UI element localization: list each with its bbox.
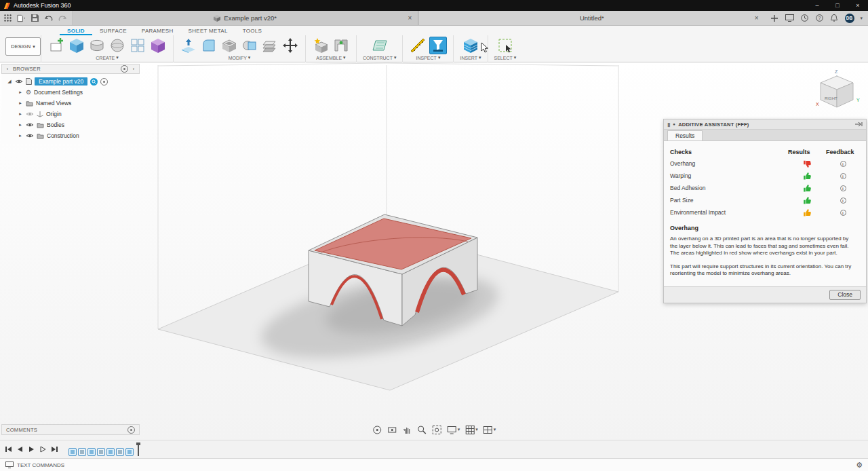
new-tab-plus-icon[interactable] <box>770 14 779 22</box>
grid-snaps-icon[interactable]: ▾ <box>463 424 479 436</box>
group-label-construct[interactable]: CONSTRUCT <box>363 56 393 60</box>
group-label-assemble[interactable]: ASSEMBLE <box>316 56 342 60</box>
comments-bar[interactable]: COMMENTS <box>1 424 140 435</box>
file-menu-icon[interactable] <box>17 14 26 22</box>
eye-icon[interactable] <box>26 122 34 128</box>
move-icon[interactable] <box>281 37 299 54</box>
tree-row-named-views[interactable]: ▸ Named Views <box>1 98 140 109</box>
timeline-feature-icon[interactable] <box>125 448 134 456</box>
additive-assistant-header[interactable]: ▮ ● ADDITIVE ASSISTANT (FFF) <box>664 119 866 130</box>
tree-item-label[interactable]: Construction <box>47 132 79 139</box>
expand-panel-icon[interactable]: › <box>131 67 136 71</box>
select-marquee-icon[interactable] <box>496 37 514 54</box>
document-tab-active[interactable]: Example part v20* × <box>72 11 418 25</box>
eye-icon[interactable] <box>26 133 34 138</box>
new-component-icon[interactable] <box>312 37 330 54</box>
fit-icon[interactable] <box>431 424 443 436</box>
close-window-button[interactable]: × <box>848 0 868 11</box>
group-label-modify[interactable]: MODIFY <box>229 56 247 60</box>
tree-row-bodies[interactable]: ▸ Bodies <box>1 119 140 130</box>
tab-surface[interactable]: SURFACE <box>92 26 134 35</box>
minimize-button[interactable]: – <box>807 0 827 11</box>
step-forward-icon[interactable] <box>39 445 47 454</box>
sphere-icon[interactable] <box>108 37 126 54</box>
orbit-icon[interactable] <box>371 424 384 436</box>
tab-solid[interactable]: SOLID <box>60 26 92 35</box>
info-icon[interactable]: i <box>840 173 846 179</box>
undo-icon[interactable] <box>44 14 53 22</box>
group-label-inspect[interactable]: INSPECT <box>416 56 437 60</box>
timeline-feature-icon[interactable] <box>116 448 124 456</box>
close-tab-icon[interactable]: × <box>755 14 759 22</box>
tree-row-origin[interactable]: ▸ Origin <box>1 109 140 119</box>
eye-icon[interactable] <box>26 111 34 117</box>
go-to-start-icon[interactable] <box>4 445 13 454</box>
tab-paramesh[interactable]: PARAMESH <box>134 26 181 35</box>
tree-item-label[interactable]: Document Settings <box>34 89 83 96</box>
tree-row-construction[interactable]: ▸ Construction <box>1 130 140 141</box>
timeline-feature-icon[interactable] <box>106 448 115 456</box>
combine-icon[interactable] <box>241 37 258 54</box>
tree-item-label[interactable]: Origin <box>46 111 62 117</box>
viewports-icon[interactable]: ▾ <box>481 425 498 435</box>
workspace-selector[interactable]: DESIGN ▾ <box>5 37 41 56</box>
tree-item-label[interactable]: Bodies <box>47 121 64 128</box>
step-back-icon[interactable] <box>16 445 24 454</box>
expand-caret-icon[interactable]: ◢ <box>7 79 12 84</box>
tab-results[interactable]: Results <box>667 130 703 140</box>
collapse-panel-icon[interactable]: ‹ <box>5 67 10 71</box>
measure-icon[interactable] <box>409 37 427 54</box>
view-cube[interactable]: Z X Y RIGHT <box>816 69 860 107</box>
eye-icon[interactable] <box>15 79 23 84</box>
offset-faces-icon[interactable] <box>261 37 279 54</box>
box-icon[interactable] <box>68 37 85 54</box>
avatar-caret-icon[interactable]: ▾ <box>861 16 863 21</box>
job-status-icon[interactable] <box>785 14 794 22</box>
zoom-icon[interactable] <box>416 424 429 436</box>
timeline-feature-icon[interactable] <box>97 448 105 456</box>
close-button[interactable]: Close <box>829 290 861 300</box>
close-tab-icon[interactable]: × <box>408 14 412 22</box>
press-pull-icon[interactable] <box>180 37 197 54</box>
root-node-label[interactable]: Example part v20 <box>35 77 87 86</box>
expand-caret-icon[interactable]: ▸ <box>18 100 23 106</box>
tree-row-document-settings[interactable]: ▸ ⚙ Document Settings <box>1 87 140 98</box>
group-label-insert[interactable]: INSERT <box>460 56 477 60</box>
avatar[interactable]: DB <box>845 14 854 23</box>
group-label-select[interactable]: SELECT <box>494 56 513 60</box>
timeline-feature-icon[interactable] <box>68 448 77 456</box>
info-icon[interactable]: i <box>840 197 846 204</box>
gear-icon[interactable]: ⚙ <box>856 461 863 470</box>
history-clock-icon[interactable] <box>800 14 809 22</box>
help-icon[interactable]: ? <box>815 14 824 22</box>
in-canvas-search-icon[interactable] <box>90 78 98 86</box>
redo-icon[interactable] <box>58 14 66 22</box>
browser-header[interactable]: ‹ BROWSER › <box>1 64 140 74</box>
expand-caret-icon[interactable]: ▸ <box>18 133 23 138</box>
form-icon[interactable] <box>149 37 167 54</box>
pan-icon[interactable] <box>401 424 414 436</box>
expand-caret-icon[interactable]: ▸ <box>18 122 23 128</box>
save-icon[interactable] <box>31 14 39 22</box>
construction-plane-icon[interactable] <box>371 37 389 54</box>
expand-caret-icon[interactable]: ▸ <box>18 90 23 95</box>
cylinder-icon[interactable] <box>88 37 106 54</box>
tree-item-label[interactable]: Named Views <box>36 100 71 107</box>
shell-icon[interactable] <box>220 37 238 54</box>
browser-filter-icon[interactable] <box>121 65 128 73</box>
app-grid-icon[interactable] <box>3 14 12 22</box>
dock-right-icon[interactable] <box>854 121 863 127</box>
comment-bubble-icon[interactable] <box>127 426 135 434</box>
create-sketch-icon[interactable] <box>47 37 65 54</box>
play-icon[interactable] <box>27 445 36 454</box>
tab-tools[interactable]: TOOLS <box>235 26 269 35</box>
activate-component-radio[interactable] <box>100 78 108 86</box>
info-icon[interactable]: i <box>840 161 846 167</box>
go-to-end-icon[interactable] <box>50 445 59 454</box>
timeline-position-marker[interactable] <box>136 442 141 456</box>
maximize-button[interactable]: □ <box>827 0 848 11</box>
display-settings-icon[interactable]: ▾ <box>446 425 462 435</box>
fillet-icon[interactable] <box>200 37 218 54</box>
joint-icon[interactable] <box>332 37 350 54</box>
insert-mesh-icon[interactable] <box>462 37 479 54</box>
